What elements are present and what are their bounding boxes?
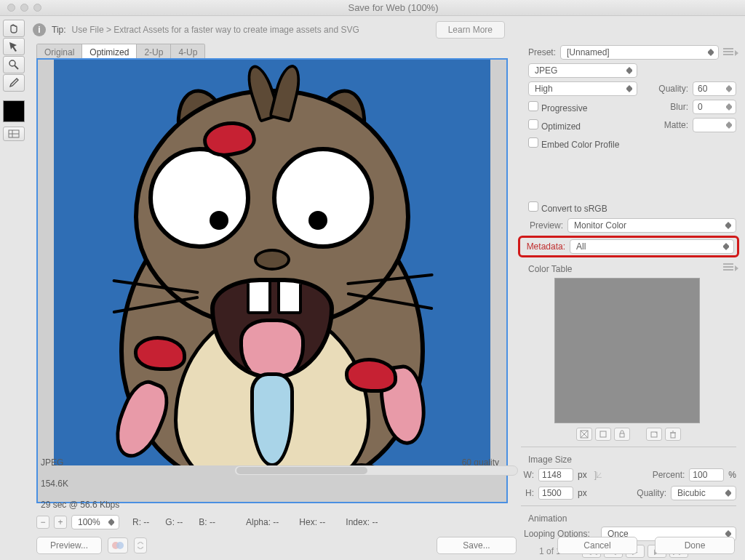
h-unit: px (578, 488, 587, 498)
zoom-tool[interactable] (3, 56, 25, 73)
browser-preview-menu[interactable] (134, 537, 147, 553)
preview-inner: JPEG60 quality 154.6K 29 sec @ 56.6 Kbps (38, 60, 506, 502)
save-button-wrap: Save... (437, 537, 517, 554)
tip-strip: i Tip: Use File > Extract Assets for a f… (33, 20, 738, 39)
svg-rect-11 (671, 433, 675, 438)
animation-title: Animation (528, 513, 736, 524)
eyedropper-color-swatch[interactable] (3, 100, 25, 122)
hand-tool[interactable] (3, 20, 25, 37)
preset-menu-icon[interactable] (723, 48, 736, 57)
svg-line-1 (15, 65, 18, 69)
preview-button[interactable]: Preview... (36, 537, 102, 554)
metadata-select[interactable]: All (570, 239, 734, 254)
format-select[interactable]: JPEG (528, 63, 637, 78)
optimized-checkbox[interactable]: Optimized (528, 119, 581, 132)
quality-input[interactable]: 60 (693, 81, 736, 96)
metadata-label: Metadata: (523, 241, 565, 252)
preview-select[interactable]: Monitor Color (567, 218, 736, 233)
ct-shift-icon[interactable] (595, 428, 611, 441)
zoom-in-button[interactable]: + (54, 516, 67, 529)
matte-select[interactable] (693, 118, 736, 132)
image-size-title: Image Size (528, 455, 736, 465)
hex-readout: Hex: -- (299, 517, 325, 527)
done-button[interactable]: Done (655, 537, 735, 554)
title-bar: Save for Web (100%) (0, 0, 745, 16)
index-readout: Index: -- (346, 517, 378, 527)
artwork-illustration (54, 60, 490, 465)
info-icon: i (33, 23, 46, 36)
tool-column (3, 19, 28, 141)
percent-input[interactable]: 100 (689, 468, 724, 481)
preview-frame[interactable]: JPEG60 quality 154.6K 29 sec @ 56.6 Kbps (36, 58, 508, 503)
w-unit: px (578, 470, 587, 480)
eyedropper-tool[interactable] (3, 74, 25, 92)
resample-quality-label: Quality: (637, 488, 666, 498)
tip-text: Use File > Extract Assets for a faster w… (72, 25, 359, 35)
zoom-select[interactable]: 100% (71, 515, 119, 529)
save-button[interactable]: Save... (437, 537, 517, 554)
link-icon[interactable]: ]⟀ (594, 470, 602, 480)
preview-label: Preview: (521, 220, 563, 231)
embed-profile-checkbox[interactable]: Embed Color Profile (528, 137, 619, 150)
learn-more-button[interactable]: Learn More (436, 21, 505, 39)
w-label: W: (521, 470, 534, 480)
ct-trash-icon[interactable] (665, 428, 681, 441)
settings-scrollbar[interactable] (234, 465, 518, 476)
extra-readout: Alpha: -- Hex: -- Index: -- (246, 517, 378, 527)
ct-lock-icon[interactable] (614, 428, 630, 441)
h-label: H: (521, 488, 534, 498)
color-table-menu-icon[interactable] (723, 263, 736, 272)
zoom-out-button[interactable]: − (36, 516, 49, 529)
preview-size: 154.6K (41, 479, 68, 489)
blur-input[interactable]: 0 (693, 100, 736, 114)
color-table[interactable] (554, 278, 700, 423)
width-input[interactable]: 1148 (538, 468, 573, 481)
minimize-window-icon[interactable] (20, 4, 28, 12)
quality-label: Quality: (658, 84, 688, 94)
color-table-toolbar (521, 428, 736, 441)
browser-preview-icon[interactable] (108, 537, 128, 553)
window-title: Save for Web (100%) (41, 2, 745, 13)
matte-label: Matte: (664, 120, 688, 130)
svg-rect-9 (620, 433, 624, 437)
slice-select-tool[interactable] (3, 38, 25, 55)
zoom-window-icon[interactable] (33, 4, 41, 12)
tip-prefix: Tip: (52, 25, 66, 35)
toggle-slices-visibility[interactable] (3, 127, 25, 141)
svg-point-15 (116, 542, 124, 549)
rgb-readout: R: -- G: -- B: -- (132, 517, 215, 527)
preview-speed: 29 sec @ 56.6 Kbps (41, 500, 119, 510)
height-input[interactable]: 1500 (538, 487, 573, 500)
svg-rect-8 (600, 431, 606, 437)
close-window-icon[interactable] (7, 4, 15, 12)
preset-label: Preset: (521, 47, 556, 57)
progressive-checkbox[interactable]: Progressive (528, 101, 587, 113)
quality-preset-select[interactable]: High (528, 81, 637, 96)
g-readout: G: -- (165, 517, 183, 527)
image-size-section: Image Size W: 1148 px ]⟀ Percent: 100 % … (521, 447, 736, 501)
cancel-button[interactable]: Cancel (557, 537, 637, 554)
ct-snap-icon[interactable] (576, 428, 592, 441)
bottom-right-controls: Cancel Done (557, 537, 735, 554)
svg-point-0 (9, 60, 15, 66)
window-controls (0, 4, 41, 12)
color-table-label: Color Table (528, 264, 572, 274)
ct-new-icon[interactable] (646, 428, 662, 441)
percent-label: Percent: (653, 470, 685, 480)
settings-panel: Preset: [Unnamed] JPEG High Quality: 60 … (521, 42, 736, 558)
b-readout: B: -- (199, 517, 215, 527)
alpha-readout: Alpha: -- (246, 517, 279, 527)
metadata-row-highlight: Metadata: All (518, 236, 739, 257)
blur-label: Blur: (670, 102, 688, 112)
resample-quality-select[interactable]: Bicubic (671, 486, 736, 500)
r-readout: R: -- (132, 517, 149, 527)
bottom-left-controls: Preview... (36, 537, 147, 554)
status-bar: − + 100% R: -- G: -- B: -- Alpha: -- Hex… (36, 513, 508, 531)
preview-canvas (54, 60, 490, 465)
convert-srgb-checkbox[interactable]: Convert to sRGB (528, 201, 607, 214)
preview-format: JPEG (41, 457, 63, 468)
preset-select[interactable]: [Unnamed] (560, 45, 719, 60)
percent-unit: % (728, 470, 736, 480)
